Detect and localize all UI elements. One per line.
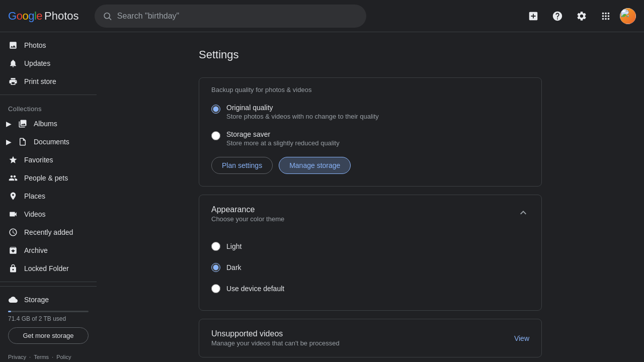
appearance-header[interactable]: Appearance Choose your color theme bbox=[199, 195, 541, 233]
avatar[interactable] bbox=[620, 8, 636, 24]
original-quality-radio[interactable] bbox=[211, 105, 220, 114]
favorites-label: Favorites bbox=[24, 156, 53, 164]
print-store-label: Print store bbox=[24, 77, 56, 85]
archive-icon bbox=[8, 245, 18, 255]
print-store-icon bbox=[8, 76, 18, 86]
sidebar-item-photos[interactable]: Photos bbox=[0, 36, 93, 54]
updates-icon bbox=[8, 58, 18, 68]
policy-link[interactable]: Policy bbox=[56, 354, 71, 360]
settings-container: Settings Backup quality for photos & vid… bbox=[187, 32, 554, 362]
expand-icon-docs: ▶ bbox=[6, 138, 12, 146]
storage-bar bbox=[8, 311, 89, 312]
plan-settings-button[interactable]: Plan settings bbox=[211, 157, 273, 174]
sidebar-item-updates[interactable]: Updates bbox=[0, 54, 93, 72]
original-quality-label: Original quality bbox=[226, 104, 379, 112]
get-more-storage-button[interactable]: Get more storage bbox=[8, 327, 89, 344]
sidebar-item-favorites[interactable]: Favorites bbox=[0, 151, 93, 169]
videos-icon bbox=[8, 209, 18, 219]
apps-button[interactable] bbox=[596, 6, 616, 26]
appearance-title: Appearance bbox=[211, 205, 284, 214]
places-label: Places bbox=[24, 192, 45, 200]
footer-links: Privacy · Terms · Policy bbox=[0, 350, 97, 362]
storage-section: Storage 71.4 GB of 2 TB used Get more st… bbox=[0, 286, 97, 350]
content-area: Settings Backup quality for photos & vid… bbox=[97, 32, 644, 362]
terms-link[interactable]: Terms bbox=[34, 354, 49, 360]
unsupported-title: Unsupported videos bbox=[211, 329, 340, 338]
sidebar-item-videos[interactable]: Videos bbox=[0, 205, 93, 223]
search-input[interactable] bbox=[117, 12, 358, 21]
light-theme-radio[interactable] bbox=[211, 242, 220, 251]
backup-content: Backup quality for photos & videos Origi… bbox=[199, 78, 541, 186]
help-button[interactable] bbox=[547, 6, 568, 26]
backup-buttons: Plan settings Manage storage bbox=[211, 157, 529, 174]
device-default-option: Use device default bbox=[211, 279, 529, 298]
logo[interactable]: Google Photos bbox=[8, 10, 89, 23]
updates-label: Updates bbox=[24, 59, 50, 67]
original-quality-desc: Store photos & videos with no change to … bbox=[226, 113, 379, 120]
separator2: · bbox=[52, 354, 53, 360]
locked-folder-icon bbox=[8, 263, 18, 274]
people-pets-icon bbox=[8, 173, 18, 183]
unsupported-videos-section: Unsupported videos Manage your videos th… bbox=[199, 319, 542, 357]
storage-saver-text: Storage saver Store more at a slightly r… bbox=[226, 130, 340, 147]
storage-label: Storage bbox=[24, 296, 49, 304]
sidebar-item-archive[interactable]: Archive bbox=[0, 241, 93, 259]
page-title: Settings bbox=[199, 48, 542, 61]
sidebar-divider bbox=[0, 95, 97, 95]
sidebar-item-documents[interactable]: ▶ Documents bbox=[0, 133, 93, 151]
backup-label: Backup quality for photos & videos bbox=[211, 86, 529, 94]
view-link[interactable]: View bbox=[514, 334, 529, 342]
dark-theme-radio[interactable] bbox=[211, 263, 220, 272]
backup-section: Backup quality for photos & videos Origi… bbox=[199, 77, 542, 187]
appearance-subtitle: Choose your color theme bbox=[211, 215, 284, 223]
locked-folder-label: Locked Folder bbox=[24, 264, 69, 273]
documents-icon bbox=[18, 137, 28, 147]
sidebar-item-recently-added[interactable]: Recently added bbox=[0, 223, 93, 241]
manage-storage-button[interactable]: Manage storage bbox=[279, 157, 351, 174]
recently-added-icon bbox=[8, 227, 18, 237]
unsupported-text-group: Unsupported videos Manage your videos th… bbox=[211, 329, 340, 347]
search-bar[interactable] bbox=[95, 5, 366, 28]
storage-icon bbox=[8, 295, 18, 305]
add-button[interactable] bbox=[523, 6, 543, 26]
storage-saver-desc: Store more at a slightly reduced quality bbox=[226, 139, 340, 147]
settings-button[interactable] bbox=[572, 6, 592, 26]
sidebar-item-people-pets[interactable]: People & pets bbox=[0, 169, 93, 187]
albums-icon bbox=[18, 119, 28, 129]
original-quality-option: Original quality Store photos & videos w… bbox=[211, 104, 529, 120]
dark-theme-option: Dark bbox=[211, 258, 529, 277]
photos-label: Photos bbox=[24, 41, 46, 49]
search-icon bbox=[103, 11, 112, 21]
storage-saver-radio[interactable] bbox=[211, 131, 220, 140]
recently-added-label: Recently added bbox=[24, 228, 73, 236]
archive-label: Archive bbox=[24, 246, 48, 254]
sidebar-item-locked-folder[interactable]: Locked Folder bbox=[0, 259, 93, 278]
storage-bar-fill bbox=[8, 311, 11, 312]
sidebar: Photos Updates Print store Collections ▶ bbox=[0, 32, 97, 362]
device-default-radio[interactable] bbox=[211, 284, 220, 293]
theme-options: Light Dark Use device default bbox=[211, 237, 529, 298]
storage-used-text: 71.4 GB of 2 TB used bbox=[8, 315, 89, 322]
sidebar-item-print-store[interactable]: Print store bbox=[0, 72, 93, 90]
sidebar-item-places[interactable]: Places bbox=[0, 187, 93, 205]
storage-saver-label: Storage saver bbox=[226, 130, 340, 138]
appearance-title-group: Appearance Choose your color theme bbox=[211, 205, 284, 223]
appearance-collapse-icon bbox=[517, 207, 529, 221]
topbar-actions bbox=[523, 6, 636, 26]
storage-saver-option: Storage saver Store more at a slightly r… bbox=[211, 130, 529, 147]
people-pets-label: People & pets bbox=[24, 174, 68, 182]
photos-wordmark: Photos bbox=[44, 10, 79, 23]
main-layout: Photos Updates Print store Collections ▶ bbox=[0, 32, 644, 362]
sidebar-divider-2 bbox=[0, 282, 97, 282]
original-quality-text: Original quality Store photos & videos w… bbox=[226, 104, 379, 120]
places-icon bbox=[8, 191, 18, 201]
dark-theme-label: Dark bbox=[226, 263, 242, 272]
light-theme-option: Light bbox=[211, 237, 529, 256]
separator1: · bbox=[29, 354, 31, 360]
appearance-section: Appearance Choose your color theme Light bbox=[199, 195, 542, 311]
videos-label: Videos bbox=[24, 210, 46, 218]
privacy-link[interactable]: Privacy bbox=[8, 354, 26, 360]
sidebar-item-albums[interactable]: ▶ Albums bbox=[0, 115, 93, 133]
storage-item[interactable]: Storage bbox=[8, 291, 89, 309]
expand-icon: ▶ bbox=[6, 120, 12, 128]
